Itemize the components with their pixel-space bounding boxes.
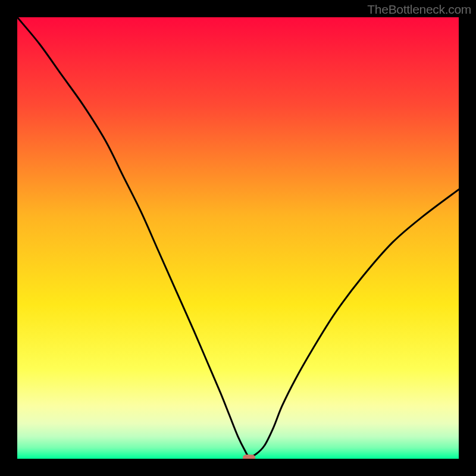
- curve-layer: [17, 17, 459, 459]
- optimal-marker: [243, 455, 255, 459]
- bottleneck-curve: [17, 17, 459, 457]
- plot-area: [17, 17, 459, 459]
- chart-frame: { "watermark": "TheBottleneck.com", "cha…: [0, 0, 476, 476]
- watermark-text: TheBottleneck.com: [367, 2, 471, 17]
